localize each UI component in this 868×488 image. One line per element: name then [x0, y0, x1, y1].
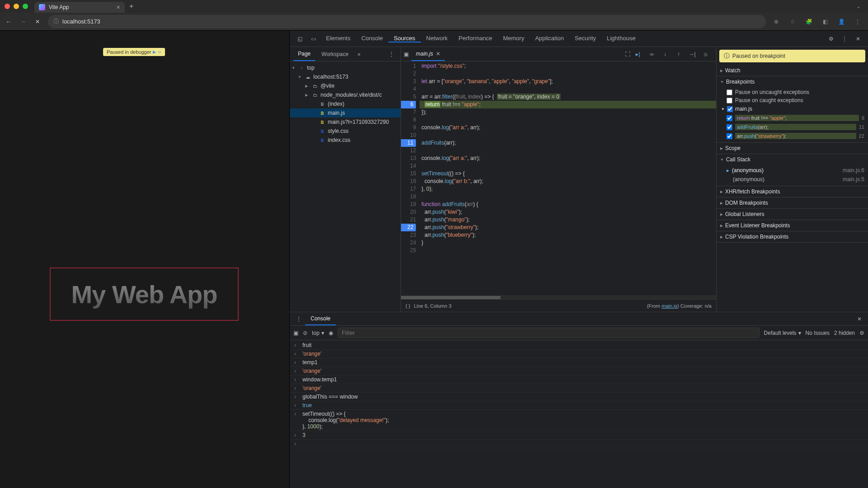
- forward-button[interactable]: →: [19, 18, 27, 26]
- tree-folder-vite[interactable]: ▶🗀@vite: [290, 81, 401, 90]
- line-number[interactable]: 16: [407, 178, 416, 185]
- hidden-count[interactable]: 2 hidden: [834, 330, 855, 336]
- source-link[interactable]: main.js: [661, 303, 677, 309]
- tree-file-indexcss[interactable]: 🗎index.css: [290, 136, 401, 145]
- close-window-button[interactable]: [5, 4, 10, 9]
- settings-icon[interactable]: ⚙: [825, 36, 837, 42]
- breakpoint-item[interactable]: addFruits(arr);11: [717, 122, 868, 131]
- editor-fullscreen-icon[interactable]: ⛶: [625, 51, 630, 57]
- editor-sidebar-toggle-icon[interactable]: ▣: [404, 51, 409, 57]
- minimize-window-button[interactable]: [14, 4, 19, 9]
- line-number[interactable]: 5: [407, 93, 416, 101]
- device-toggle-icon[interactable]: ▭: [307, 36, 320, 42]
- section-callstack[interactable]: ▼Call Stack: [717, 154, 868, 165]
- console-input-row[interactable]: ›globalThis === window: [290, 393, 868, 401]
- code-line[interactable]: [420, 70, 716, 78]
- section-breakpoints[interactable]: ▼Breakpoints: [717, 76, 868, 87]
- console-settings-icon[interactable]: ⚙: [859, 330, 864, 336]
- step-into-button[interactable]: ↓: [661, 51, 669, 57]
- code-line[interactable]: console.log("arr b:", arr);: [420, 178, 716, 185]
- section-global[interactable]: ▶Global Listeners: [717, 209, 868, 220]
- tree-top[interactable]: ▼▫top: [290, 63, 401, 72]
- console-output[interactable]: ›fruit‹'orange'›temp1‹'orange'›window.te…: [290, 340, 868, 488]
- inspect-element-icon[interactable]: ◱: [293, 36, 306, 42]
- devtools-tab-memory[interactable]: Memory: [498, 35, 530, 42]
- url-input[interactable]: [62, 18, 760, 25]
- line-number[interactable]: 6: [401, 101, 416, 108]
- console-filter[interactable]: [338, 328, 760, 338]
- code-line[interactable]: setTimeout(() => {: [420, 170, 716, 178]
- section-dom[interactable]: ▶DOM Breakpoints: [717, 197, 868, 208]
- resume-button[interactable]: ▸|: [634, 51, 642, 57]
- line-number[interactable]: 11: [401, 139, 416, 147]
- pause-caught-toggle[interactable]: Pause on caught exceptions: [717, 96, 868, 104]
- line-number[interactable]: 9: [407, 124, 416, 131]
- devtools-tab-elements[interactable]: Elements: [321, 35, 356, 42]
- chevron-down-icon[interactable]: ⌄: [856, 3, 861, 9]
- code-line[interactable]: });: [420, 108, 716, 116]
- code-line[interactable]: arr = arr.filter((fruit, index) => {frui…: [420, 93, 716, 101]
- code-line[interactable]: }: [420, 239, 716, 247]
- new-tab-button[interactable]: +: [129, 2, 133, 10]
- editor-horizontal-scrollbar[interactable]: [401, 296, 716, 299]
- menu-icon[interactable]: ⋮: [854, 18, 862, 26]
- breakpoint-file[interactable]: ▼main.js: [717, 104, 868, 113]
- code-line[interactable]: [420, 147, 716, 155]
- step-overlay-button[interactable]: ⤼: [158, 50, 161, 54]
- line-number[interactable]: 17: [407, 185, 416, 193]
- pause-uncaught-toggle[interactable]: Pause on uncaught exceptions: [717, 88, 868, 96]
- code-line[interactable]: console.log("arr a:", arr);: [420, 155, 716, 162]
- devtools-tab-network[interactable]: Network: [421, 35, 453, 42]
- line-number[interactable]: 22: [401, 224, 416, 231]
- line-number[interactable]: 13: [407, 155, 416, 162]
- code-line[interactable]: [420, 131, 716, 139]
- code-line[interactable]: }, 0);: [420, 185, 716, 193]
- format-icon[interactable]: { }: [406, 303, 410, 309]
- zoom-icon[interactable]: ⊕: [772, 18, 780, 26]
- section-event[interactable]: ▶Event Listener Breakpoints: [717, 220, 868, 231]
- code-line[interactable]: [420, 247, 716, 254]
- resume-overlay-button[interactable]: ▶: [153, 50, 156, 54]
- line-number[interactable]: 2: [407, 70, 416, 78]
- code-line[interactable]: [420, 85, 716, 93]
- step-button[interactable]: →|: [688, 51, 696, 57]
- step-out-button[interactable]: ↑: [675, 51, 683, 57]
- code-line[interactable]: [420, 162, 716, 170]
- tree-file-style[interactable]: 🗎style.css: [290, 127, 401, 136]
- code-line[interactable]: arr.push("strawberry");: [420, 224, 716, 231]
- code-line[interactable]: arr.push("mango");: [420, 216, 716, 224]
- address-bar[interactable]: ⓘ: [48, 15, 766, 28]
- site-info-icon[interactable]: ⓘ: [53, 18, 59, 25]
- line-number[interactable]: 20: [407, 208, 416, 216]
- code-line[interactable]: [420, 116, 716, 124]
- maximize-window-button[interactable]: [23, 4, 28, 9]
- line-number[interactable]: 24: [407, 239, 416, 247]
- code-line[interactable]: return fruit !== "apple";: [420, 101, 716, 108]
- issues-button[interactable]: No Issues: [806, 330, 830, 336]
- line-number[interactable]: 12: [407, 147, 416, 155]
- console-input-row[interactable]: ›window.temp1: [290, 375, 868, 384]
- nav-tab-workspace[interactable]: Workspace: [317, 47, 353, 61]
- breakpoint-item[interactable]: arr.push("strawberry");22: [717, 131, 868, 141]
- nav-overflow-icon[interactable]: »: [355, 51, 363, 57]
- code-line[interactable]: [420, 193, 716, 201]
- back-button[interactable]: ←: [5, 18, 13, 26]
- context-select[interactable]: top ▾: [312, 330, 324, 336]
- code-line[interactable]: function addFruits(arr) {: [420, 201, 716, 208]
- reload-button[interactable]: ✕: [33, 18, 42, 26]
- step-over-button[interactable]: ⤼: [647, 51, 656, 57]
- log-levels-select[interactable]: Default levels ▾: [764, 330, 801, 336]
- side-panel-icon[interactable]: ◧: [821, 18, 829, 26]
- kebab-menu-icon[interactable]: ⋮: [838, 36, 851, 42]
- devtools-tab-application[interactable]: Application: [530, 35, 570, 42]
- tree-file-main-ts[interactable]: 🗎main.js?t=171093327290: [290, 117, 401, 127]
- bookmark-icon[interactable]: ☆: [788, 18, 797, 26]
- section-csp[interactable]: ▶CSP Violation Breakpoints: [717, 231, 868, 242]
- drawer-kebab-icon[interactable]: ⋮: [292, 316, 305, 322]
- section-xhr[interactable]: ▶XHR/fetch Breakpoints: [717, 186, 868, 197]
- devtools-tab-performance[interactable]: Performance: [453, 35, 497, 42]
- line-number[interactable]: 7: [407, 108, 416, 116]
- nav-tab-page[interactable]: Page: [293, 47, 315, 61]
- line-number[interactable]: 19: [407, 201, 416, 208]
- devtools-tab-lighthouse[interactable]: Lighthouse: [601, 35, 641, 42]
